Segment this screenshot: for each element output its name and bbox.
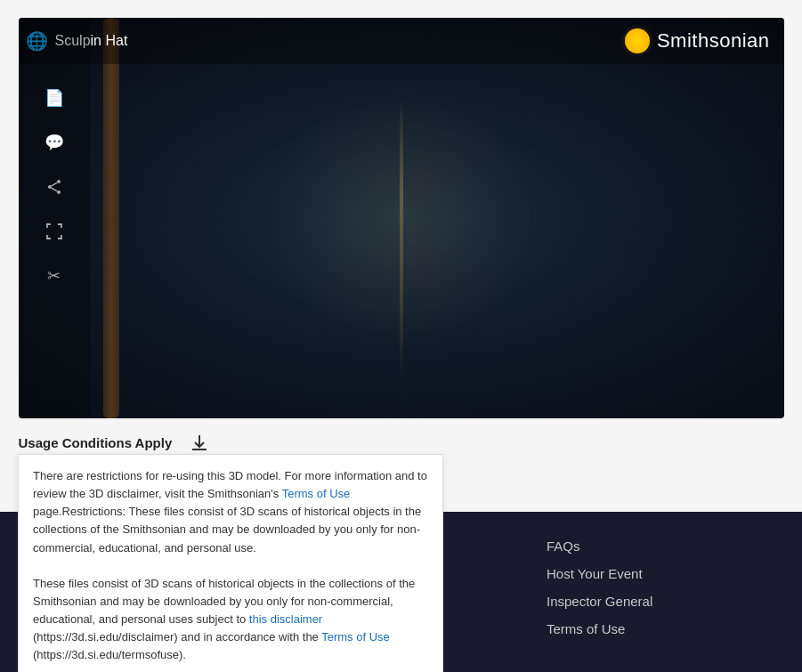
footer-link[interactable]: Terms of Use	[547, 621, 766, 636]
tooltip-text3: These files consist of 3D scans of histo…	[33, 577, 415, 626]
svg-line-4	[51, 188, 56, 191]
smithsonian-logo: Smithsonian	[625, 28, 770, 53]
tooltip-text1: There are restrictions for re-using this…	[33, 469, 427, 500]
footer-col-right: FAQsHost Your EventInspector GeneralTerm…	[547, 538, 766, 636]
tooltip-terms-url: (https://3d.si.edu/termsofuse)	[33, 648, 182, 661]
spine-decoration	[400, 98, 403, 378]
svg-point-0	[57, 180, 61, 183]
tooltip-text4: and in accordance with the	[178, 630, 322, 644]
usage-conditions-label: Usage Conditions Apply	[19, 435, 173, 450]
tooltip-text2: page.Restrictions: These files consist o…	[33, 505, 421, 554]
tooltip-terms-link1[interactable]: Terms of Use	[282, 487, 351, 500]
svg-point-2	[48, 185, 52, 189]
tooltip-disclaimer-url: (https://3d.si.edu/disclaimer)	[33, 630, 178, 644]
smithsonian-name: Smithsonian	[657, 29, 770, 53]
share-toolbar-btn[interactable]	[35, 167, 74, 206]
usage-tooltip: There are restrictions for re-using this…	[18, 454, 443, 672]
comment-toolbar-btn[interactable]: 💬	[35, 123, 74, 162]
download-button[interactable]	[186, 429, 213, 456]
download-icon	[190, 433, 209, 452]
tooltip-text5: .	[182, 648, 186, 661]
tooltip-terms-link2[interactable]: Terms of Use	[321, 630, 390, 644]
branch-decoration	[103, 18, 119, 418]
3d-viewer[interactable]: 🌐 Sculpin Hat Smithsonian 📄 💬 ✂	[19, 18, 784, 418]
footer-link[interactable]: Inspector General	[547, 594, 766, 609]
tooltip-disclaimer-link[interactable]: this disclaimer	[249, 612, 322, 626]
viewer-toolbar: 📄 💬 ✂	[19, 18, 90, 418]
footer-link[interactable]: Host Your Event	[547, 566, 766, 581]
footer-link[interactable]: FAQs	[547, 538, 766, 554]
svg-line-3	[51, 182, 56, 186]
settings-toolbar-btn[interactable]: ✂	[35, 256, 74, 296]
fullscreen-toolbar-btn[interactable]	[35, 212, 74, 251]
document-toolbar-btn[interactable]: 📄	[35, 78, 74, 117]
viewer-topbar: 🌐 Sculpin Hat Smithsonian	[19, 18, 784, 64]
smithsonian-sun-icon	[625, 28, 650, 53]
svg-point-1	[57, 190, 61, 194]
